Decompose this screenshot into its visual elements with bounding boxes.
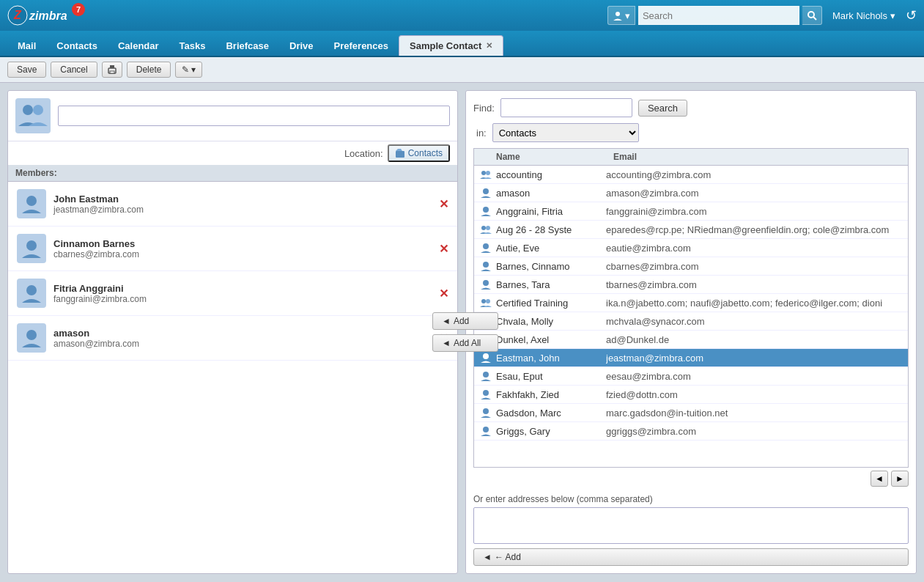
- contact-row[interactable]: Barnes, Tara tbarnes@zimbra.com: [474, 276, 908, 294]
- contact-name: Esau, Eput: [496, 371, 606, 382]
- contact-email: ggriggs@zimbra.com: [606, 426, 902, 437]
- contact-row[interactable]: Dunkel, Axel ad@Dunkel.de: [474, 331, 908, 349]
- contact-row[interactable]: amason amason@zimbra.com: [474, 184, 908, 202]
- search-type-dropdown[interactable]: ▾: [607, 6, 635, 25]
- contact-row[interactable]: Chvala, Molly mchvala@synacor.com: [474, 312, 908, 331]
- contact-row[interactable]: Eastman, John jeastman@zimbra.com: [474, 349, 908, 367]
- next-page-button[interactable]: ►: [891, 471, 909, 487]
- tag-button[interactable]: ✎ ▾: [175, 62, 202, 78]
- pagination-row: ◄ ►: [473, 468, 909, 490]
- contact-type-icon: [480, 224, 492, 235]
- members-header: Members:: [8, 165, 457, 182]
- svg-point-27: [486, 299, 490, 303]
- contact-group-icon: [480, 169, 492, 180]
- svg-rect-8: [110, 65, 114, 68]
- person-avatar-icon: [21, 327, 42, 349]
- tab-tasks[interactable]: Tasks: [169, 36, 216, 56]
- or-enter-addresses-label: Or enter addresses below (comma separate…: [473, 494, 909, 504]
- refresh-button[interactable]: ↺: [906, 7, 917, 23]
- contact-row[interactable]: Esau, Eput eesau@zimbra.com: [474, 367, 908, 386]
- bottom-add-button[interactable]: ◄ ← Add: [473, 548, 909, 566]
- contact-email: fanggraini@zimbra.com: [606, 206, 902, 217]
- prev-page-button[interactable]: ◄: [871, 471, 888, 487]
- contact-email: marc.gadsdon@in-tuition.net: [606, 408, 902, 419]
- address-input[interactable]: [473, 507, 909, 544]
- contact-type-icon: [480, 407, 492, 419]
- user-name: Mark Nichols: [832, 10, 887, 21]
- tab-drive[interactable]: Drive: [279, 36, 324, 56]
- contact-group-name-input[interactable]: Sample Contact Group: [58, 106, 450, 126]
- tag-icon: ✎: [182, 65, 189, 75]
- col-name-header: Name: [496, 152, 613, 162]
- contact-row[interactable]: Aug 26 - 28 Syste eparedes@rcp.pe; NRied…: [474, 221, 908, 239]
- tab-contacts[interactable]: Contacts: [46, 36, 108, 56]
- location-button[interactable]: Contacts: [388, 144, 450, 162]
- add-all-button[interactable]: ◄ Add All: [432, 334, 498, 352]
- member-info: John Eastman jeastman@zimbra.com: [53, 194, 432, 215]
- contact-row[interactable]: Certified Training ika.n@jabetto.com; na…: [474, 294, 908, 312]
- cancel-button[interactable]: Cancel: [51, 62, 97, 78]
- member-remove-button[interactable]: ✕: [439, 287, 448, 301]
- contact-row[interactable]: Fakhfakh, Zied fzied@dottn.com: [474, 386, 908, 404]
- contact-row[interactable]: Gadsdon, Marc marc.gadsdon@in-tuition.ne…: [474, 404, 908, 422]
- group-avatar-icon: [17, 100, 49, 132]
- save-button[interactable]: Save: [7, 62, 46, 78]
- contact-type-icon: [480, 260, 492, 272]
- add-button[interactable]: ◄ ← Add Add: [432, 312, 498, 330]
- contact-person-icon: [480, 187, 492, 199]
- contact-name: Gadsdon, Marc: [496, 408, 606, 419]
- in-row: in: ContactsAll ContactsGlobal Address L…: [473, 123, 909, 142]
- find-input[interactable]: [500, 98, 632, 117]
- tab-calendar[interactable]: Calendar: [108, 36, 169, 56]
- contact-email: ad@Dunkel.de: [606, 334, 902, 345]
- member-name: Cinnamon Barnes: [53, 238, 432, 249]
- main-content: Sample Contact Group Location: Contacts …: [0, 83, 924, 581]
- tab-close-icon[interactable]: ✕: [486, 41, 492, 51]
- nav-tabs: Mail Contacts Calendar Tasks Briefcase D…: [0, 31, 924, 57]
- location-btn-label: Contacts: [408, 148, 443, 158]
- member-name: Fitria Anggraini: [53, 283, 432, 294]
- member-avatar: [17, 234, 46, 263]
- contact-row[interactable]: Anggraini, Fitria fanggraini@zimbra.com: [474, 202, 908, 221]
- contact-type-icon: [480, 169, 492, 180]
- user-menu[interactable]: Mark Nichols ▾: [832, 10, 895, 21]
- contact-row[interactable]: Griggs, Gary ggriggs@zimbra.com: [474, 422, 908, 441]
- toolbar: Save Cancel Delete ✎ ▾: [0, 57, 924, 83]
- member-avatar: [17, 189, 46, 218]
- tab-preferences[interactable]: Preferences: [324, 36, 399, 56]
- find-search-button[interactable]: Search: [638, 100, 687, 117]
- svg-point-24: [483, 262, 489, 268]
- member-remove-button[interactable]: ✕: [439, 197, 448, 211]
- contact-row[interactable]: Autie, Eve eautie@zimbra.com: [474, 239, 908, 257]
- search-input[interactable]: [638, 6, 799, 25]
- contact-row[interactable]: Barnes, Cinnamo cbarnes@zimbra.com: [474, 257, 908, 276]
- contact-name: Aug 26 - 28 Syste: [496, 224, 606, 235]
- tab-briefcase[interactable]: Briefcase: [215, 36, 279, 56]
- location-row: Location: Contacts: [8, 141, 457, 165]
- contact-type-icon: [480, 279, 492, 290]
- contact-type-icon: [480, 297, 492, 309]
- tab-mail[interactable]: Mail: [7, 36, 46, 56]
- svg-point-16: [26, 330, 37, 340]
- contact-name: Autie, Eve: [496, 243, 606, 254]
- contact-list-body: accounting accounting@zimbra.com amason …: [474, 166, 908, 467]
- search-go-button[interactable]: [802, 6, 822, 25]
- member-remove-button[interactable]: ✕: [439, 242, 448, 256]
- delete-button[interactable]: Delete: [127, 62, 171, 78]
- contact-name: Chvala, Molly: [496, 316, 606, 327]
- contact-row[interactable]: accounting accounting@zimbra.com: [474, 166, 908, 184]
- contact-name: Eastman, John: [496, 353, 606, 364]
- print-icon: [107, 65, 117, 75]
- contact-list-container: Name Email accounting accounting@zimbra.…: [473, 148, 909, 468]
- contact-name: Barnes, Tara: [496, 279, 606, 290]
- contact-type-icon: [480, 352, 492, 364]
- tab-label: Sample Contact: [410, 40, 481, 51]
- tab-sample-contact[interactable]: Sample Contact ✕: [399, 35, 503, 56]
- svg-text:zimbra: zimbra: [29, 10, 67, 22]
- print-button[interactable]: [102, 62, 122, 78]
- in-select[interactable]: ContactsAll ContactsGlobal Address List: [492, 123, 639, 142]
- contact-email: eesau@zimbra.com: [606, 371, 902, 382]
- contact-email: eautie@zimbra.com: [606, 243, 902, 254]
- svg-point-19: [483, 188, 489, 194]
- contact-type-icon: [480, 187, 492, 199]
